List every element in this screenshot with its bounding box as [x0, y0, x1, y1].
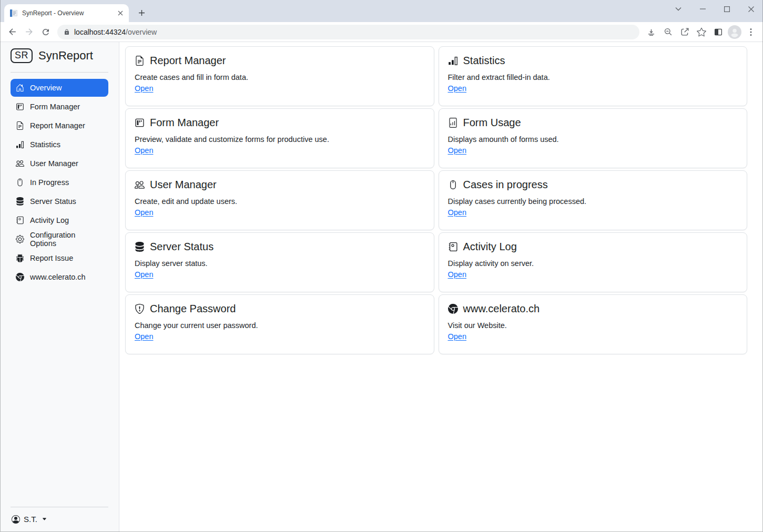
side-panel-icon[interactable]: [710, 24, 727, 40]
card-open-link[interactable]: Open: [448, 270, 466, 279]
tab-title: SynReport - Overview: [22, 9, 111, 17]
gear-icon: [16, 235, 24, 243]
browser-tab[interactable]: SynReport - Overview: [4, 4, 129, 22]
journal-icon: [16, 216, 24, 224]
sidebar-item-statistics[interactable]: Statistics: [11, 136, 108, 154]
sidebar-item-user-manager[interactable]: User Manager: [11, 155, 108, 172]
new-tab-button[interactable]: [134, 5, 149, 20]
card-open-link[interactable]: Open: [135, 270, 153, 279]
card-form-manager: Form Manager Preview, validate and custo…: [125, 108, 434, 168]
card-cases-in-progress: Cases in progress Display cases currentl…: [439, 170, 748, 230]
tab-search-chevron-icon[interactable]: [670, 2, 686, 16]
sidebar-item-www-celerato-ch[interactable]: www.celerato.ch: [11, 268, 108, 286]
url-text: localhost:44324/overview: [74, 28, 157, 36]
card-description: Visit our Website.: [448, 320, 738, 331]
card-description: Display cases currently being processed.: [448, 196, 738, 207]
forward-icon[interactable]: [21, 24, 37, 40]
tab-close-icon[interactable]: [116, 9, 125, 18]
card-description: Display activity on server.: [448, 258, 738, 269]
bar-chart-icon: [16, 140, 24, 149]
reload-icon[interactable]: [37, 24, 54, 40]
sidebar-item-label: Configuration Options: [30, 231, 103, 248]
minimize-button[interactable]: [690, 1, 715, 17]
card-statistics: Statistics Filter and extract filled-in …: [439, 46, 748, 106]
share-icon[interactable]: [676, 24, 693, 40]
sidebar-item-configuration-options[interactable]: Configuration Options: [11, 230, 108, 248]
card-description: Create, edit and update users.: [135, 196, 425, 207]
brand-logo: SR: [11, 48, 33, 63]
sidebar-divider-bottom: [11, 507, 108, 507]
sidebar-item-label: Overview: [30, 84, 62, 92]
card-open-link[interactable]: Open: [448, 208, 466, 217]
card-title: Form Usage: [463, 116, 521, 129]
lock-icon[interactable]: [64, 29, 70, 35]
profile-avatar[interactable]: [728, 25, 741, 39]
install-icon[interactable]: [643, 24, 659, 40]
browser-toolbar: localhost:44324/overview: [0, 22, 763, 42]
sidebar-item-label: In Progress: [30, 178, 69, 187]
card-open-link[interactable]: Open: [448, 84, 466, 93]
card-title: Form Manager: [150, 116, 219, 129]
sidebar-item-report-manager[interactable]: Report Manager: [11, 117, 108, 135]
card-open-link[interactable]: Open: [135, 146, 153, 155]
sidebar-item-server-status[interactable]: Server Status: [11, 192, 108, 210]
form-icon: [135, 118, 145, 128]
card-title: Change Password: [150, 302, 236, 315]
sidebar-item-label: User Manager: [30, 159, 78, 168]
sidebar-item-activity-log[interactable]: Activity Log: [11, 211, 108, 229]
sidebar-item-label: www.celerato.ch: [30, 273, 86, 281]
caret-down-icon: [42, 517, 47, 521]
brand-name: SynReport: [38, 49, 93, 63]
card-www-celerato-ch: www.celerato.ch Visit our Website. Open: [439, 294, 748, 354]
sidebar-item-report-issue[interactable]: Report Issue: [11, 249, 108, 267]
user-label: S.T.: [24, 515, 37, 524]
zoom-out-icon[interactable]: [659, 24, 676, 40]
server-icon: [16, 197, 24, 206]
kebab-menu-icon[interactable]: [742, 24, 759, 40]
chrome-icon: [448, 304, 458, 314]
url-bar[interactable]: localhost:44324/overview: [57, 25, 639, 39]
star-icon[interactable]: [693, 24, 710, 40]
card-form-usage: Form Usage Displays amounth of forms use…: [439, 108, 748, 168]
card-title: www.celerato.ch: [463, 302, 540, 315]
card-title: Statistics: [463, 54, 505, 67]
user-menu[interactable]: S.T.: [11, 514, 108, 525]
server-icon: [135, 242, 145, 252]
card-description: Create cases and fill in form data.: [135, 72, 425, 83]
card-open-link[interactable]: Open: [448, 332, 466, 341]
sidebar-item-label: Server Status: [30, 197, 76, 206]
card-title: Report Manager: [150, 54, 226, 67]
sidebar-item-form-manager[interactable]: Form Manager: [11, 98, 108, 116]
card-open-link[interactable]: Open: [448, 146, 466, 155]
chrome-icon: [16, 273, 24, 281]
sidebar-divider-top: [11, 72, 108, 73]
card-description: Display server status.: [135, 258, 425, 269]
card-activity-log: Activity Log Display activity on server.…: [439, 232, 748, 292]
file-text-icon: [135, 56, 145, 66]
people-icon: [135, 180, 145, 190]
journal-icon: [448, 242, 458, 252]
card-open-link[interactable]: Open: [135, 332, 153, 341]
sidebar-item-overview[interactable]: Overview: [11, 79, 108, 97]
card-open-link[interactable]: Open: [135, 84, 153, 93]
card-change-password: Change Password Change your current user…: [125, 294, 434, 354]
people-icon: [16, 159, 24, 168]
sidebar-item-label: Activity Log: [30, 216, 69, 224]
close-window-button[interactable]: [739, 1, 763, 17]
sidebar-nav: Overview Form Manager Report Manager Sta…: [11, 79, 108, 287]
card-open-link[interactable]: Open: [135, 208, 153, 217]
sidebar-item-label: Report Issue: [30, 254, 73, 262]
app-brand: SR SynReport: [11, 46, 108, 65]
tab-strip: SynReport - Overview: [0, 0, 763, 22]
sidebar: SR SynReport Overview Form Manager Repor…: [0, 42, 119, 532]
file-text-icon: [16, 121, 24, 130]
maximize-button[interactable]: [715, 1, 739, 17]
form-icon: [16, 103, 24, 111]
card-title: Cases in progress: [463, 178, 548, 191]
card-title: Activity Log: [463, 240, 517, 253]
card-description: Change your current user password.: [135, 320, 425, 331]
back-icon[interactable]: [4, 24, 21, 40]
card-user-manager: User Manager Create, edit and update use…: [125, 170, 434, 230]
sidebar-item-in-progress[interactable]: In Progress: [11, 173, 108, 191]
card-description: Preview, validate and customize forms fo…: [135, 134, 425, 145]
